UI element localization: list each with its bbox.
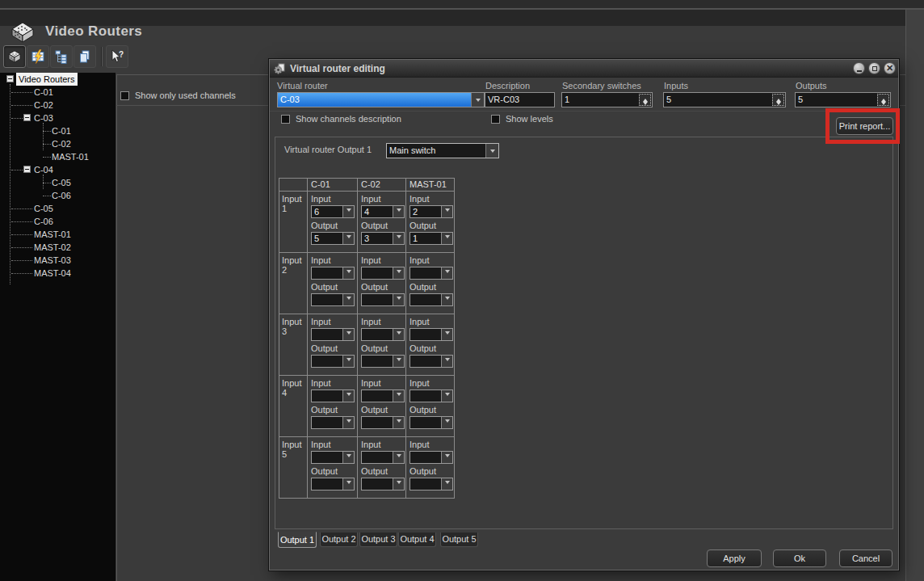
sidebar-item-c03[interactable]: C-03: [0, 112, 116, 124]
chevron-down-icon[interactable]: [471, 93, 484, 107]
tab-output-4[interactable]: Output 4: [398, 533, 436, 547]
tree-collapse-icon[interactable]: [23, 114, 31, 121]
chevron-down-icon[interactable]: [441, 206, 452, 217]
output-select[interactable]: [311, 355, 355, 368]
tree-collapse-icon[interactable]: [23, 166, 31, 173]
maximize-button[interactable]: [868, 62, 880, 74]
show-levels-checkbox[interactable]: [491, 115, 500, 124]
sidebar-item-c04-c06[interactable]: C-06: [0, 189, 116, 202]
apply-button[interactable]: Apply: [707, 549, 762, 567]
chevron-down-icon[interactable]: [441, 329, 452, 340]
sidebar-item-mast02[interactable]: MAST-02: [0, 241, 116, 254]
input-select[interactable]: [361, 451, 405, 464]
chevron-down-icon[interactable]: [393, 294, 404, 305]
input-select[interactable]: [311, 389, 355, 402]
description-field[interactable]: VR-C03: [485, 92, 555, 107]
chevron-down-icon[interactable]: [441, 478, 452, 490]
chevron-down-icon[interactable]: [342, 329, 354, 340]
tab-output-1[interactable]: Output 1: [278, 532, 317, 548]
tab-output-3[interactable]: Output 3: [359, 533, 397, 547]
chevron-down-icon[interactable]: [393, 206, 404, 217]
matrix-edit-button[interactable]: [27, 45, 49, 68]
output-select[interactable]: 5: [311, 232, 355, 245]
chevron-down-icon[interactable]: [342, 356, 354, 367]
spinner-buttons[interactable]: [772, 94, 784, 106]
virtual-router-select[interactable]: C-03: [277, 92, 485, 107]
chevron-down-icon[interactable]: [393, 267, 404, 279]
input-select[interactable]: [410, 267, 453, 280]
sidebar-item-c01[interactable]: C-01: [0, 86, 116, 99]
tree-view-button[interactable]: [50, 45, 73, 68]
output-select[interactable]: [410, 416, 453, 429]
input-select[interactable]: [410, 328, 453, 341]
input-select[interactable]: [361, 267, 405, 280]
close-button[interactable]: ✕: [884, 62, 896, 74]
chevron-down-icon[interactable]: [342, 294, 354, 305]
chevron-down-icon[interactable]: [441, 452, 452, 463]
sidebar-item-video-routers[interactable]: Video Routers: [0, 73, 116, 86]
chevron-down-icon[interactable]: [342, 417, 354, 428]
chevron-down-icon[interactable]: [393, 356, 404, 367]
output-select[interactable]: [361, 355, 405, 368]
chevron-down-icon[interactable]: [393, 417, 404, 428]
chevron-down-icon[interactable]: [342, 390, 354, 402]
video-routers-view-button[interactable]: [3, 45, 26, 68]
inputs-stepper[interactable]: 5: [663, 92, 786, 107]
input-select[interactable]: 6: [311, 205, 355, 218]
chevron-down-icon[interactable]: [441, 267, 452, 279]
input-select[interactable]: [311, 451, 355, 464]
chevron-down-icon[interactable]: [342, 206, 354, 217]
chevron-down-icon[interactable]: [342, 452, 354, 463]
sidebar-item-c04[interactable]: C-04: [0, 163, 116, 176]
chevron-down-icon[interactable]: [485, 144, 498, 158]
outputs-stepper[interactable]: 5: [795, 92, 891, 107]
secondary-switches-stepper[interactable]: 1: [561, 92, 653, 107]
chevron-down-icon[interactable]: [342, 233, 354, 244]
input-select[interactable]: [311, 267, 355, 280]
output-select[interactable]: [311, 293, 355, 306]
output-select[interactable]: [311, 478, 355, 490]
input-select[interactable]: [410, 451, 453, 464]
sidebar-item-c02[interactable]: C-02: [0, 99, 116, 112]
chevron-down-icon[interactable]: [441, 417, 452, 428]
chevron-down-icon[interactable]: [393, 478, 404, 490]
chevron-down-icon[interactable]: [342, 478, 354, 490]
show-only-used-channels-checkbox[interactable]: [120, 91, 129, 100]
chevron-down-icon[interactable]: [441, 356, 452, 367]
input-select[interactable]: [361, 328, 405, 341]
spinner-buttons[interactable]: [639, 94, 651, 106]
sidebar-item-c03-c02[interactable]: C-02: [0, 137, 116, 150]
sidebar-item-mast04[interactable]: MAST-04: [0, 267, 116, 280]
output-select[interactable]: [410, 293, 453, 306]
sidebar-item-c06[interactable]: C-06: [0, 215, 116, 228]
sidebar-item-mast03[interactable]: MAST-03: [0, 254, 116, 267]
input-select[interactable]: [311, 328, 355, 341]
sidebar-item-mast01[interactable]: MAST-01: [0, 228, 116, 241]
output-select[interactable]: [361, 478, 405, 490]
input-select[interactable]: [361, 389, 405, 402]
tab-output-2[interactable]: Output 2: [320, 533, 358, 547]
sidebar-item-c04-c05[interactable]: C-05: [0, 176, 116, 189]
chevron-down-icon[interactable]: [393, 452, 404, 463]
spinner-buttons[interactable]: [877, 94, 889, 106]
input-select[interactable]: 4: [361, 205, 405, 218]
dialog-title-bar[interactable]: Virtual router editing ✕: [270, 60, 898, 78]
context-help-button[interactable]: ?: [106, 45, 128, 68]
chevron-down-icon[interactable]: [393, 233, 404, 244]
chevron-down-icon[interactable]: [441, 390, 452, 402]
switch-select[interactable]: Main switch: [386, 143, 499, 158]
chevron-down-icon[interactable]: [441, 233, 452, 244]
sidebar-item-c05[interactable]: C-05: [0, 202, 116, 215]
sidebar-item-c03-mast01[interactable]: MAST-01: [0, 150, 116, 163]
tab-output-5[interactable]: Output 5: [440, 533, 478, 547]
sidebar-item-c03-c01[interactable]: C-01: [0, 124, 116, 137]
copy-button[interactable]: [74, 45, 96, 68]
output-select[interactable]: [361, 293, 405, 306]
output-select[interactable]: [361, 416, 405, 429]
output-select[interactable]: 1: [410, 232, 453, 245]
output-select[interactable]: [311, 416, 355, 429]
chevron-down-icon[interactable]: [393, 329, 404, 340]
tree-collapse-icon[interactable]: [6, 75, 14, 82]
output-select[interactable]: [410, 355, 453, 368]
chevron-down-icon[interactable]: [342, 267, 354, 279]
